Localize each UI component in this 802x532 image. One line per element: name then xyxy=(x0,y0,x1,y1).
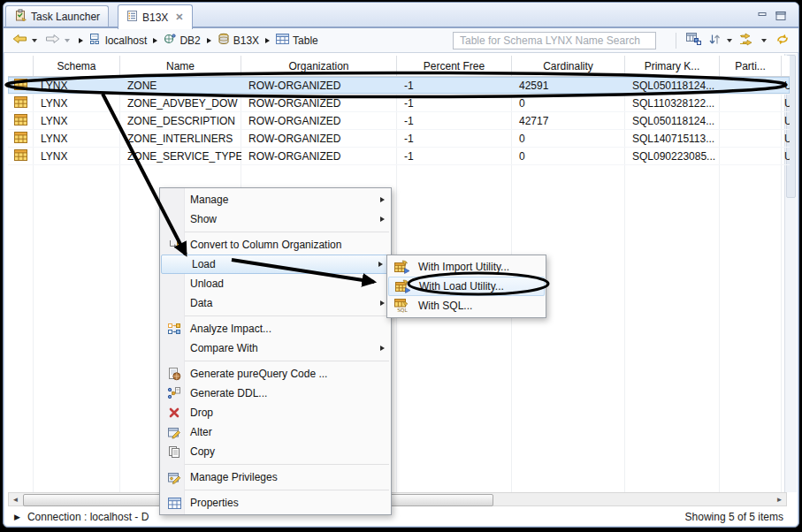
forward-icon[interactable] xyxy=(45,34,60,47)
cell: -1 xyxy=(397,133,512,145)
analyze-impact-icon xyxy=(164,322,184,336)
tab-b13x[interactable]: B13X ✕ xyxy=(118,4,193,29)
column-header-primary-k-[interactable]: Primary K... xyxy=(625,56,720,76)
back-dropdown-icon[interactable] xyxy=(32,39,37,42)
menu-item-manage-privileges[interactable]: Manage Privileges xyxy=(160,467,391,487)
cell: ROW-ORGANIZED xyxy=(241,80,397,92)
menu-item-properties[interactable]: Properties xyxy=(160,493,391,513)
breadcrumb-item-db2[interactable]: DB2 xyxy=(164,33,200,48)
column-header-organization[interactable]: Organization xyxy=(241,56,397,76)
menu-item-copy[interactable]: Copy xyxy=(160,442,391,461)
chevron-right-icon[interactable] xyxy=(265,38,270,43)
show-columns-icon[interactable] xyxy=(685,32,702,49)
column-header-icon[interactable] xyxy=(8,56,34,76)
submenu-arrow-icon xyxy=(380,217,385,222)
submenu-item-with-sql[interactable]: SQLWith SQL... xyxy=(387,296,546,315)
menu-item-show[interactable]: Show xyxy=(160,209,391,229)
row-table-icon xyxy=(14,79,27,93)
chevron-right-icon[interactable] xyxy=(153,38,157,43)
menu-item-label: Manage Privileges xyxy=(184,471,278,483)
column-header-cardinality[interactable]: Cardinality xyxy=(512,56,625,76)
submenu-arrow-icon xyxy=(380,346,385,351)
alter-icon xyxy=(164,425,184,439)
scroll-right-icon[interactable]: ► xyxy=(773,493,786,505)
minimize-icon[interactable] xyxy=(758,8,768,24)
table-row[interactable]: LYNXZONE_DESCRIPTIONROW-ORGANIZED-142717… xyxy=(8,112,790,130)
maximize-icon[interactable] xyxy=(775,8,786,24)
menu-item-analyze-impact[interactable]: Analyze Impact... xyxy=(160,319,391,338)
table-row[interactable]: LYNXZONE_ADVBEY_DOWROW-ORGANIZED-10SQL11… xyxy=(8,95,790,112)
cell: -1 xyxy=(397,150,512,163)
import-utility-icon xyxy=(391,260,414,274)
menu-item-convert-to-column-organization[interactable]: Convert to Column Organization xyxy=(160,235,391,255)
scroll-left-icon[interactable]: ◄ xyxy=(9,493,22,505)
sort-dropdown-icon[interactable] xyxy=(727,39,732,42)
cell: ROW-ORGANIZED xyxy=(241,97,397,110)
sql-utility-icon: SQL xyxy=(391,299,414,313)
forward-dropdown-icon[interactable] xyxy=(65,39,70,42)
tab-task-launcher[interactable]: Task Launcher xyxy=(5,5,109,27)
convert-to-column-icon xyxy=(164,238,184,252)
close-icon[interactable]: ✕ xyxy=(175,11,183,23)
customize-dropdown-icon[interactable] xyxy=(761,39,767,42)
connection-status-text: Connection : localhost - D xyxy=(27,511,149,523)
chevron-right-icon[interactable] xyxy=(207,38,211,43)
drop-icon xyxy=(164,407,184,419)
breadcrumb-item-b13x[interactable]: B13X xyxy=(218,33,259,48)
breadcrumb-expand-icon[interactable] xyxy=(79,38,83,43)
status-bar: ▶ Connection : localhost - D Showing 5 o… xyxy=(4,506,798,527)
breadcrumb-item-table[interactable]: Table xyxy=(276,34,318,47)
breadcrumb-label: B13X xyxy=(233,34,259,47)
menu-item-generate-purequery-code[interactable]: Generate pureQuery Code ... xyxy=(160,364,391,384)
horizontal-scrollbar[interactable]: ◄ ► xyxy=(8,492,787,506)
table-row[interactable]: LYNXZONE_INTERLINERSROW-ORGANIZED-10SQL1… xyxy=(8,130,790,148)
cell: U xyxy=(782,115,790,127)
menu-item-data[interactable]: Data xyxy=(160,293,391,313)
cell: LYNX xyxy=(34,133,120,145)
table-row[interactable]: LYNXZONEROW-ORGANIZED-142591SQL050118124… xyxy=(8,77,790,95)
manage-privileges-icon xyxy=(164,470,184,484)
breadcrumb-label: Table xyxy=(293,34,318,47)
menu-item-label: Generate pureQuery Code ... xyxy=(184,368,327,380)
cell: -1 xyxy=(397,80,512,92)
menu-separator xyxy=(162,490,389,490)
cell: 0 xyxy=(512,133,625,145)
sort-icon[interactable] xyxy=(708,33,721,49)
column-header-schema[interactable]: Schema xyxy=(34,56,120,76)
submenu-item-with-load-utility[interactable]: With Load Utility... xyxy=(388,277,545,296)
cell: 0 xyxy=(512,150,625,163)
column-header-overflow[interactable] xyxy=(782,56,790,76)
menu-item-label: Convert to Column Organization xyxy=(184,239,341,251)
cell: 0 xyxy=(512,97,625,110)
tab-label: B13X xyxy=(142,11,168,24)
submenu-item-with-import-utility[interactable]: With Import Utility... xyxy=(387,257,546,277)
connection-toggle-icon[interactable]: ▶ xyxy=(14,513,20,521)
menu-item-manage[interactable]: Manage xyxy=(160,190,391,209)
breadcrumb-item-localhost[interactable]: localhost xyxy=(89,33,147,48)
generate-ddl-icon xyxy=(164,386,184,400)
menu-item-drop[interactable]: Drop xyxy=(160,403,391,422)
load-utility-icon xyxy=(392,279,415,293)
menu-item-compare-with[interactable]: Compare With xyxy=(160,338,391,358)
column-header-name[interactable]: Name xyxy=(120,56,241,76)
back-icon[interactable] xyxy=(12,34,27,47)
cell: U xyxy=(782,150,790,163)
menu-item-label: Data xyxy=(184,297,212,309)
cell: SQL140715113... xyxy=(625,133,720,145)
menu-item-unload[interactable]: Unload xyxy=(160,274,391,293)
search-input[interactable] xyxy=(453,32,656,49)
table-header-row: SchemaNameOrganizationPercent FreeCardin… xyxy=(8,56,790,77)
cell: -1 xyxy=(397,115,512,127)
table-row[interactable]: LYNXZONE_SERVICE_TYPESROW-ORGANIZED-10SQ… xyxy=(8,148,790,165)
refresh-icon[interactable] xyxy=(775,33,790,49)
column-header-percent-free[interactable]: Percent Free xyxy=(397,56,512,76)
table-icon xyxy=(8,96,34,110)
menu-item-alter[interactable]: Alter xyxy=(160,422,391,442)
menu-item-generate-ddl[interactable]: Generate DDL... xyxy=(160,384,391,403)
cell: -1 xyxy=(397,97,512,110)
items-count-text: Showing 5 of 5 items xyxy=(685,511,783,523)
cell: U xyxy=(782,133,790,145)
customize-columns-icon[interactable] xyxy=(738,33,755,49)
menu-item-load[interactable]: Load xyxy=(161,255,390,274)
column-header-parti-[interactable]: Parti... xyxy=(720,56,782,76)
